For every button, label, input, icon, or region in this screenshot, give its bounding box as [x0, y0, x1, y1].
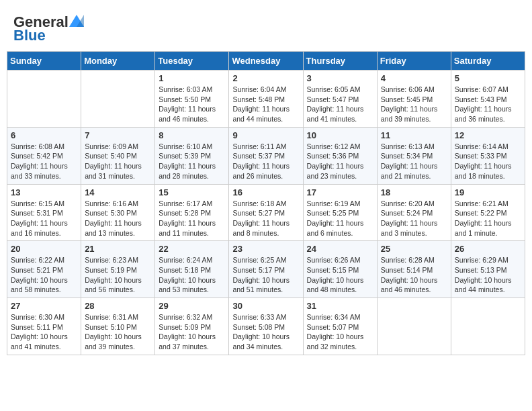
calendar-cell: 24Sunrise: 6:26 AMSunset: 5:15 PMDayligh…	[303, 241, 377, 298]
day-number: 7	[85, 130, 151, 140]
calendar-cell: 6Sunrise: 6:08 AMSunset: 5:42 PMDaylight…	[7, 127, 81, 184]
day-number: 25	[381, 244, 447, 254]
calendar-cell: 28Sunrise: 6:31 AMSunset: 5:10 PMDayligh…	[81, 298, 155, 355]
calendar-cell: 15Sunrise: 6:17 AMSunset: 5:28 PMDayligh…	[155, 184, 229, 241]
calendar-week-row: 6Sunrise: 6:08 AMSunset: 5:42 PMDaylight…	[7, 127, 525, 184]
day-info: Sunrise: 6:06 AMSunset: 5:45 PMDaylight:…	[381, 85, 447, 124]
day-info: Sunrise: 6:11 AMSunset: 5:37 PMDaylight:…	[232, 142, 299, 181]
day-number: 16	[232, 187, 299, 197]
calendar-cell: 3Sunrise: 6:05 AMSunset: 5:47 PMDaylight…	[303, 71, 377, 128]
calendar-cell	[81, 71, 155, 128]
day-info: Sunrise: 6:04 AMSunset: 5:48 PMDaylight:…	[232, 85, 299, 124]
calendar-cell: 26Sunrise: 6:29 AMSunset: 5:13 PMDayligh…	[451, 241, 525, 298]
calendar-cell: 4Sunrise: 6:06 AMSunset: 5:45 PMDaylight…	[377, 71, 451, 128]
day-info: Sunrise: 6:31 AMSunset: 5:10 PMDaylight:…	[85, 312, 151, 352]
day-number: 22	[159, 244, 225, 254]
calendar-cell: 30Sunrise: 6:33 AMSunset: 5:08 PMDayligh…	[229, 298, 303, 355]
calendar-cell: 7Sunrise: 6:09 AMSunset: 5:40 PMDaylight…	[81, 127, 155, 184]
day-info: Sunrise: 6:17 AMSunset: 5:28 PMDaylight:…	[159, 199, 225, 238]
day-number: 26	[455, 244, 521, 254]
day-info: Sunrise: 6:16 AMSunset: 5:30 PMDaylight:…	[85, 199, 151, 238]
day-info: Sunrise: 6:29 AMSunset: 5:13 PMDaylight:…	[455, 255, 521, 295]
calendar-cell: 11Sunrise: 6:13 AMSunset: 5:34 PMDayligh…	[377, 127, 451, 184]
calendar-week-row: 1Sunrise: 6:03 AMSunset: 5:50 PMDaylight…	[7, 71, 525, 128]
day-info: Sunrise: 6:30 AMSunset: 5:11 PMDaylight:…	[11, 312, 77, 352]
calendar-cell: 29Sunrise: 6:32 AMSunset: 5:09 PMDayligh…	[155, 298, 229, 355]
day-info: Sunrise: 6:23 AMSunset: 5:19 PMDaylight:…	[85, 255, 151, 295]
day-number: 29	[159, 301, 225, 311]
calendar-week-row: 27Sunrise: 6:30 AMSunset: 5:11 PMDayligh…	[7, 298, 525, 355]
calendar-header-sunday: Sunday	[7, 52, 81, 71]
day-number: 17	[307, 187, 373, 197]
calendar-cell: 13Sunrise: 6:15 AMSunset: 5:31 PMDayligh…	[7, 184, 81, 241]
day-number: 18	[381, 187, 447, 197]
day-number: 11	[381, 130, 447, 140]
day-number: 21	[85, 244, 151, 254]
day-info: Sunrise: 6:34 AMSunset: 5:07 PMDaylight:…	[307, 312, 373, 352]
day-number: 15	[159, 187, 225, 197]
day-number: 31	[307, 301, 373, 311]
day-info: Sunrise: 6:32 AMSunset: 5:09 PMDaylight:…	[159, 312, 225, 352]
calendar-header-saturday: Saturday	[451, 52, 525, 71]
calendar-cell: 14Sunrise: 6:16 AMSunset: 5:30 PMDayligh…	[81, 184, 155, 241]
calendar-cell	[451, 298, 525, 355]
calendar-cell: 1Sunrise: 6:03 AMSunset: 5:50 PMDaylight…	[155, 71, 229, 128]
day-info: Sunrise: 6:21 AMSunset: 5:22 PMDaylight:…	[455, 199, 521, 238]
day-number: 13	[11, 187, 77, 197]
day-info: Sunrise: 6:07 AMSunset: 5:43 PMDaylight:…	[455, 85, 521, 124]
day-info: Sunrise: 6:33 AMSunset: 5:08 PMDaylight:…	[232, 312, 299, 352]
logo-triangle-icon	[69, 15, 84, 27]
day-number: 2	[232, 73, 299, 83]
day-info: Sunrise: 6:10 AMSunset: 5:39 PMDaylight:…	[159, 142, 225, 181]
day-number: 20	[11, 244, 77, 254]
logo-blue-text: Blue	[13, 27, 46, 44]
calendar-cell: 17Sunrise: 6:19 AMSunset: 5:25 PMDayligh…	[303, 184, 377, 241]
day-number: 1	[159, 73, 225, 83]
day-info: Sunrise: 6:05 AMSunset: 5:47 PMDaylight:…	[307, 85, 373, 124]
calendar-cell: 22Sunrise: 6:24 AMSunset: 5:18 PMDayligh…	[155, 241, 229, 298]
calendar-header-monday: Monday	[81, 52, 155, 71]
calendar-header-friday: Friday	[377, 52, 451, 71]
calendar-header-wednesday: Wednesday	[229, 52, 303, 71]
calendar-cell: 16Sunrise: 6:18 AMSunset: 5:27 PMDayligh…	[229, 184, 303, 241]
calendar-cell: 5Sunrise: 6:07 AMSunset: 5:43 PMDaylight…	[451, 71, 525, 128]
day-info: Sunrise: 6:14 AMSunset: 5:33 PMDaylight:…	[455, 142, 521, 181]
day-number: 23	[232, 244, 299, 254]
calendar-week-row: 13Sunrise: 6:15 AMSunset: 5:31 PMDayligh…	[7, 184, 525, 241]
day-number: 9	[232, 130, 299, 140]
day-number: 6	[11, 130, 77, 140]
day-number: 28	[85, 301, 151, 311]
calendar-cell: 12Sunrise: 6:14 AMSunset: 5:33 PMDayligh…	[451, 127, 525, 184]
day-number: 4	[381, 73, 447, 83]
day-info: Sunrise: 6:08 AMSunset: 5:42 PMDaylight:…	[11, 142, 77, 181]
day-info: Sunrise: 6:26 AMSunset: 5:15 PMDaylight:…	[307, 255, 373, 295]
day-number: 24	[307, 244, 373, 254]
calendar-cell: 2Sunrise: 6:04 AMSunset: 5:48 PMDaylight…	[229, 71, 303, 128]
calendar-cell	[377, 298, 451, 355]
day-number: 30	[232, 301, 299, 311]
calendar-cell: 31Sunrise: 6:34 AMSunset: 5:07 PMDayligh…	[303, 298, 377, 355]
calendar-cell: 25Sunrise: 6:28 AMSunset: 5:14 PMDayligh…	[377, 241, 451, 298]
calendar-cell: 20Sunrise: 6:22 AMSunset: 5:21 PMDayligh…	[7, 241, 81, 298]
day-number: 27	[11, 301, 77, 311]
day-info: Sunrise: 6:22 AMSunset: 5:21 PMDaylight:…	[11, 255, 77, 295]
day-info: Sunrise: 6:18 AMSunset: 5:27 PMDaylight:…	[232, 199, 299, 238]
day-info: Sunrise: 6:28 AMSunset: 5:14 PMDaylight:…	[381, 255, 447, 295]
day-info: Sunrise: 6:19 AMSunset: 5:25 PMDaylight:…	[307, 199, 373, 238]
day-number: 19	[455, 187, 521, 197]
page-header: General Blue	[7, 7, 525, 48]
calendar-header-thursday: Thursday	[303, 52, 377, 71]
calendar-header-row: SundayMondayTuesdayWednesdayThursdayFrid…	[7, 52, 525, 71]
day-info: Sunrise: 6:20 AMSunset: 5:24 PMDaylight:…	[381, 199, 447, 238]
day-info: Sunrise: 6:09 AMSunset: 5:40 PMDaylight:…	[85, 142, 151, 181]
day-info: Sunrise: 6:13 AMSunset: 5:34 PMDaylight:…	[381, 142, 447, 181]
day-number: 14	[85, 187, 151, 197]
calendar-cell: 10Sunrise: 6:12 AMSunset: 5:36 PMDayligh…	[303, 127, 377, 184]
day-info: Sunrise: 6:15 AMSunset: 5:31 PMDaylight:…	[11, 199, 77, 238]
day-info: Sunrise: 6:25 AMSunset: 5:17 PMDaylight:…	[232, 255, 299, 295]
day-info: Sunrise: 6:24 AMSunset: 5:18 PMDaylight:…	[159, 255, 225, 295]
day-number: 12	[455, 130, 521, 140]
day-number: 5	[455, 73, 521, 83]
calendar-cell: 9Sunrise: 6:11 AMSunset: 5:37 PMDaylight…	[229, 127, 303, 184]
day-number: 3	[307, 73, 373, 83]
